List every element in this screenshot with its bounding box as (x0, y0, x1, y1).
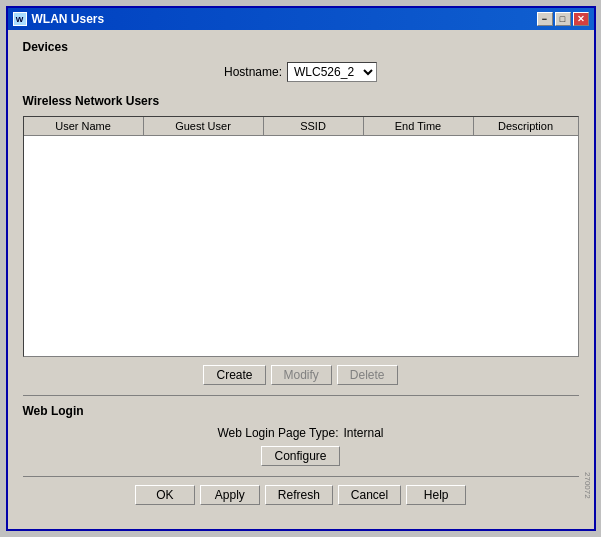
col-username: User Name (24, 117, 144, 135)
main-window: W WLAN Users − □ ✕ Devices Hostname: WLC… (6, 6, 596, 531)
window-content: Devices Hostname: WLC526_2 Wireless Netw… (8, 30, 594, 529)
maximize-button[interactable]: □ (555, 12, 571, 26)
action-buttons: Create Modify Delete (23, 365, 579, 385)
delete-button[interactable]: Delete (337, 365, 398, 385)
web-login-page-type-value: Internal (343, 426, 383, 440)
minimize-button[interactable]: − (537, 12, 553, 26)
ok-button[interactable]: OK (135, 485, 195, 505)
window-icon: W (13, 12, 27, 26)
help-button[interactable]: Help (406, 485, 466, 505)
watermark: 270072 (583, 472, 592, 499)
hostname-select[interactable]: WLC526_2 (287, 62, 377, 82)
col-end-time: End Time (364, 117, 474, 135)
devices-label: Devices (23, 40, 579, 54)
web-login-section: Web Login Web Login Page Type: Internal … (23, 395, 579, 466)
configure-row: Configure (23, 446, 579, 466)
apply-button[interactable]: Apply (200, 485, 260, 505)
title-bar-buttons: − □ ✕ (537, 12, 589, 26)
title-bar: W WLAN Users − □ ✕ (8, 8, 594, 30)
modify-button[interactable]: Modify (271, 365, 332, 385)
close-button[interactable]: ✕ (573, 12, 589, 26)
users-table: User Name Guest User SSID End Time Descr… (23, 116, 579, 357)
wireless-users-label: Wireless Network Users (23, 94, 579, 108)
configure-button[interactable]: Configure (261, 446, 339, 466)
refresh-button[interactable]: Refresh (265, 485, 333, 505)
window-title: WLAN Users (32, 12, 105, 26)
table-header: User Name Guest User SSID End Time Descr… (24, 117, 578, 136)
table-body (24, 136, 578, 356)
col-ssid: SSID (264, 117, 364, 135)
cancel-button[interactable]: Cancel (338, 485, 401, 505)
create-button[interactable]: Create (203, 365, 265, 385)
bottom-buttons: OK Apply Refresh Cancel Help (23, 476, 579, 505)
web-login-type-row: Web Login Page Type: Internal (23, 426, 579, 440)
web-login-page-type-label: Web Login Page Type: (217, 426, 338, 440)
col-guest-user: Guest User (144, 117, 264, 135)
col-description: Description (474, 117, 578, 135)
devices-section: Devices Hostname: WLC526_2 (23, 40, 579, 82)
web-login-label: Web Login (23, 404, 579, 418)
hostname-label: Hostname: (224, 65, 282, 79)
wireless-section: Wireless Network Users User Name Guest U… (23, 94, 579, 357)
hostname-row: Hostname: WLC526_2 (23, 62, 579, 82)
